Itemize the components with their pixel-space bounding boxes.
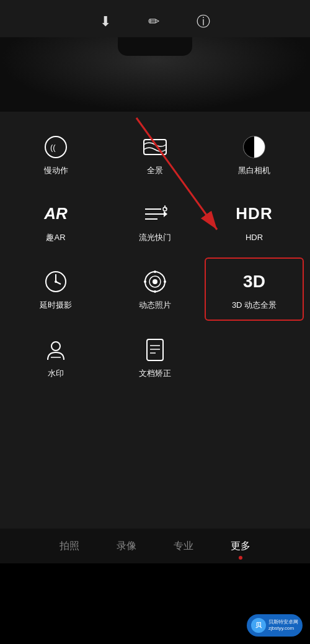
light-trail-label: 流光快门 <box>139 233 171 243</box>
hdr-label: HDR <box>246 233 263 243</box>
nav-item-photo[interactable]: 拍照 <box>53 537 86 556</box>
svg-point-22 <box>51 342 60 351</box>
grid-item-light-trail[interactable]: 流光快门 <box>105 191 205 252</box>
camera-bump <box>118 37 192 56</box>
live-photo-label: 动态照片 <box>139 300 171 310</box>
bw-camera-icon <box>241 133 268 161</box>
doc-correction-label: 文档矫正 <box>139 369 171 378</box>
edit-icon[interactable]: ✏ <box>148 14 159 30</box>
slow-motion-icon: (( <box>42 133 69 161</box>
3d-icon: 3D <box>241 268 268 295</box>
timelapse-icon <box>42 268 69 295</box>
watermark-logo: 贝 <box>251 618 266 633</box>
slow-motion-label: 慢动作 <box>44 166 68 176</box>
svg-point-19 <box>154 290 156 293</box>
grid-item-live-photo[interactable]: 动态照片 <box>105 257 205 321</box>
grid-item-timelapse[interactable]: 延时摄影 <box>6 257 105 321</box>
download-icon[interactable]: ⬇ <box>100 14 111 30</box>
bw-camera-label: 黑白相机 <box>238 166 270 176</box>
svg-point-21 <box>164 280 166 283</box>
grid-item-watermark[interactable]: 水印 <box>6 327 105 388</box>
watermark-badge: 贝 贝斯特安卓网 zjbstyy.com <box>247 614 303 637</box>
svg-point-17 <box>153 279 157 284</box>
watermark-label: 水印 <box>48 369 64 378</box>
grid-item-bw-camera[interactable]: 黑白相机 <box>205 124 304 185</box>
timelapse-label: 延时摄影 <box>40 300 72 310</box>
grid-item-slow-motion[interactable]: (( 慢动作 <box>6 124 105 185</box>
svg-text:((: (( <box>50 143 56 152</box>
svg-marker-9 <box>164 211 167 217</box>
ar-icon: AR <box>42 200 69 228</box>
top-bar: ⬇ ✏ ⓘ <box>0 0 310 37</box>
svg-rect-4 <box>144 140 166 154</box>
grid-item-empty <box>205 327 304 388</box>
nav-item-pro[interactable]: 专业 <box>167 537 200 556</box>
panorama-label: 全景 <box>147 166 163 176</box>
grid-item-ar[interactable]: AR 趣AR <box>6 191 105 252</box>
svg-point-20 <box>144 280 146 283</box>
ar-label: 趣AR <box>46 233 65 243</box>
3d-panorama-label: 3D 动态全景 <box>232 300 277 310</box>
info-icon[interactable]: ⓘ <box>197 12 210 31</box>
svg-point-14 <box>55 280 57 283</box>
live-photo-icon <box>141 268 169 295</box>
light-trail-icon <box>141 200 169 228</box>
watermark-site-text: 贝斯特安卓网 zjbstyy.com <box>268 619 298 631</box>
watermark-icon <box>42 336 69 364</box>
svg-rect-24 <box>147 339 163 360</box>
camera-preview <box>0 37 310 112</box>
svg-point-18 <box>154 271 156 273</box>
nav-item-more[interactable]: 更多 <box>224 537 257 556</box>
grid-item-hdr[interactable]: HDR HDR <box>205 191 304 252</box>
nav-item-video[interactable]: 录像 <box>110 537 143 556</box>
svg-point-2 <box>45 136 66 158</box>
bottom-nav: 拍照 录像 专业 更多 <box>0 529 310 563</box>
doc-correction-icon <box>141 336 169 364</box>
grid-menu: (( 慢动作 全景 黑白相机 AR 趣AR <box>0 112 310 393</box>
grid-item-3d-panorama[interactable]: 3D 3D 动态全景 <box>205 257 304 321</box>
grid-item-panorama[interactable]: 全景 <box>105 124 205 185</box>
hdr-icon: HDR <box>241 200 268 228</box>
panorama-icon <box>141 133 169 161</box>
grid-item-doc-correction[interactable]: 文档矫正 <box>105 327 205 388</box>
